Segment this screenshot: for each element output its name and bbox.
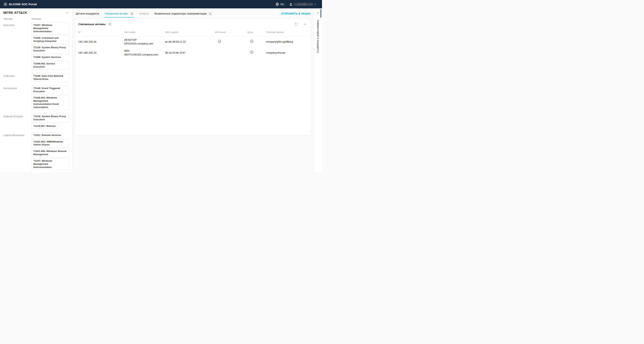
column-header: Хостнейм xyxy=(122,28,164,36)
technique-chip[interactable]: T1218: System Binary Proxy Execution xyxy=(31,114,69,122)
column-header: Источник xyxy=(214,28,246,36)
comments-rail-label[interactable]: Комментарии к инциденту xyxy=(316,20,320,53)
technique-chip[interactable]: T1546: Event Triggered Execution xyxy=(31,86,69,94)
related-assets-card: Связанные активы 2 IPХостнеймMA xyxy=(75,19,311,135)
globe-icon[interactable] xyxy=(276,2,279,6)
cell-mac: ac:de:48:00:11:22 xyxy=(164,36,214,47)
cell-target xyxy=(246,47,264,58)
tab-related-assets[interactable]: Связанные активы2 xyxy=(104,8,134,19)
tactic-label: Collection xyxy=(3,73,31,82)
technique-chip[interactable]: T1569: System Services xyxy=(31,54,63,60)
cell-account: companyulnscan xyxy=(264,47,311,58)
cell-source xyxy=(214,36,246,47)
column-header: IP xyxy=(75,28,122,36)
cell-ip: 192.168.100.44 xyxy=(75,36,122,47)
tab-label: Выявленные индикаторы компрометации xyxy=(154,12,207,15)
card-collapse-chevron-up-icon[interactable] xyxy=(303,22,306,26)
cell-ip: 192.168.100.10 xyxy=(75,47,122,58)
technique-chip[interactable]: T1021.002: SMB/Windows Admin Shares xyxy=(31,139,69,148)
app-title: BI.ZONE SOC Portal xyxy=(9,2,37,6)
topbar: BI.ZONE SOC Portal RU m.ayaln@bi.zone xyxy=(0,0,322,8)
main-content: Детали инцидентаСвязанные активы2АлертыВ… xyxy=(72,8,314,172)
technique-chip[interactable]: T1039: Data from Network Shared Drive xyxy=(31,73,69,82)
user-menu-chevron-down-icon[interactable] xyxy=(314,3,317,5)
tab-label: Алерты xyxy=(140,12,149,15)
tactic-label: Lateral Movement xyxy=(3,133,31,170)
tab-label: Детали инцидента xyxy=(76,12,99,15)
user-email: m.ayaln@bi.zone xyxy=(294,3,313,5)
technique-chip[interactable]: T1218.007: Msiexec xyxy=(31,123,58,129)
technique-chip[interactable]: T1047: Windows Management Instrumentatio… xyxy=(31,22,69,34)
cell-hostname: WIN-363TVUND3SI.company.com xyxy=(122,47,164,58)
cell-account: company\john.goldberg xyxy=(264,36,311,47)
asset-table-row[interactable]: 192.168.100.10WIN-363TVUND3SI.company.co… xyxy=(75,47,311,58)
comments-expand-chevron-left-icon[interactable] xyxy=(316,11,320,15)
mitre-group: CollectionT1039: Data from Network Share… xyxy=(3,73,69,82)
technique-chip[interactable]: T1218: System Binary Proxy Execution xyxy=(31,45,69,53)
mitre-group: Lateral MovementT1021: Remote ServicesT1… xyxy=(3,133,69,170)
tab-label: Связанные активы xyxy=(104,12,128,15)
technique-chip[interactable]: T1546.003: Windows Management Instrument… xyxy=(31,95,69,110)
column-header: MAC-адрес xyxy=(164,28,214,36)
card-title: Связанные активы xyxy=(78,22,106,26)
cell-mac: 0b:2a:23:9e:1f:67 xyxy=(164,47,214,58)
column-header: Учетная запись xyxy=(264,28,311,36)
language-selector[interactable]: RU xyxy=(280,3,284,6)
tab-alerts[interactable]: Алерты xyxy=(140,8,149,19)
sidebar-collapse-chevron-up-icon[interactable] xyxy=(66,11,69,14)
sidebar-title: MITRE ATT&CK xyxy=(3,11,27,15)
mitre-sidebar: MITRE ATT&CK Тактики Техники ExecutionT1… xyxy=(0,8,72,172)
check-circle-icon xyxy=(250,50,254,54)
card-count-badge: 2 xyxy=(108,22,112,26)
column-label-tactics: Тактики xyxy=(3,17,31,20)
technique-chip[interactable]: T1569.002: Service Execution xyxy=(31,61,69,70)
tab-count-badge: 1 xyxy=(208,12,212,15)
tactic-label: Execution xyxy=(3,22,31,70)
asset-table-row[interactable]: 192.168.100.44DESKTOP-OFD2HDS.company.co… xyxy=(75,36,311,47)
mitre-group: ExecutionT1047: Windows Management Instr… xyxy=(3,22,69,70)
mitre-group: PersistenceT1546: Event Triggered Execut… xyxy=(3,86,69,110)
scrollbar-thumb[interactable] xyxy=(320,9,322,18)
column-label-techniques: Техники xyxy=(31,17,69,20)
brand: BI.ZONE SOC Portal xyxy=(4,2,37,6)
check-circle-icon xyxy=(218,39,222,43)
cell-hostname: DESKTOP-OFD2HDS.company.com xyxy=(122,36,164,47)
send-to-nkcki-button[interactable]: ОТПРАВИТЬ В НКЦКИ xyxy=(281,12,310,15)
tab-incident-details[interactable]: Детали инцидента xyxy=(76,8,99,19)
tab-bar: Детали инцидентаСвязанные активы2АлертыВ… xyxy=(75,8,311,19)
bizone-logo-icon xyxy=(4,2,7,6)
technique-chip[interactable]: T1021.006: Windows Remote Management xyxy=(31,149,69,157)
technique-chip[interactable]: T1059: Command and Scripting Interpreter xyxy=(31,35,69,44)
comments-rail: Комментарии к инциденту xyxy=(314,8,322,172)
tab-detected-iocs[interactable]: Выявленные индикаторы компрометации1 xyxy=(154,8,212,19)
technique-chip[interactable]: T1021: Remote Services xyxy=(31,133,63,138)
tactic-label: Defense Evasion xyxy=(3,114,31,129)
technique-chip[interactable]: T1047: Windows Management Instrumentatio… xyxy=(31,158,69,170)
column-header: Цель xyxy=(246,28,264,36)
check-circle-icon xyxy=(250,39,254,43)
fullscreen-icon[interactable] xyxy=(294,22,298,26)
cell-source xyxy=(214,47,246,58)
assets-table: IPХостнеймMAC-адресИсточникЦельУчетная з… xyxy=(75,28,311,58)
user-avatar-icon xyxy=(289,2,293,6)
tab-count-badge: 2 xyxy=(130,12,134,15)
cell-target xyxy=(246,36,264,47)
mitre-group: Defense EvasionT1218: System Binary Prox… xyxy=(3,114,69,129)
tactic-label: Persistence xyxy=(3,86,31,110)
